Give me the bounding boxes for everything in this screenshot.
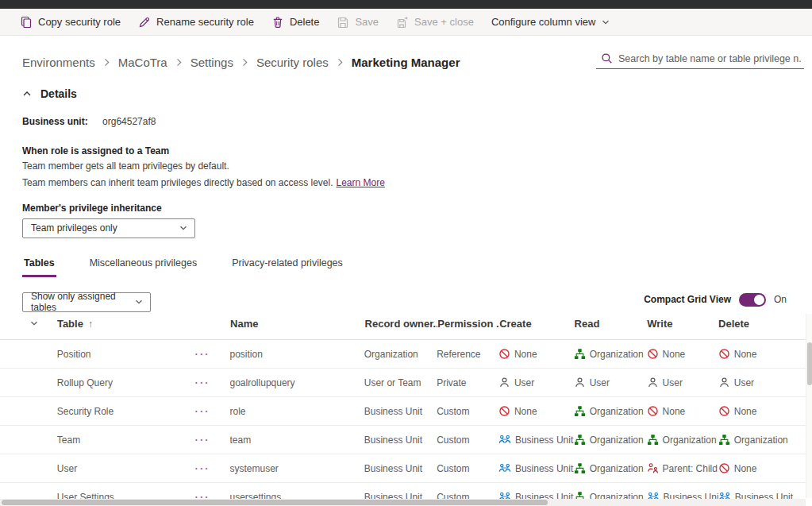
cell-create-privilege[interactable]: None bbox=[498, 405, 574, 417]
cell-read-privilege[interactable]: Organization bbox=[574, 491, 647, 499]
compact-grid-view-label: Compact Grid View bbox=[644, 294, 731, 305]
save-button[interactable]: Save bbox=[328, 9, 387, 35]
row-menu-cell: ··· bbox=[195, 491, 230, 499]
cell-permission-type: Custom bbox=[437, 406, 498, 417]
cell-delete-privilege[interactable]: Business Unit bbox=[718, 491, 806, 499]
cell-create-privilege[interactable]: Business Unit bbox=[498, 434, 574, 446]
command-label: Copy security role bbox=[38, 16, 121, 28]
tab-miscellaneous-privileges[interactable]: Miscellaneous privileges bbox=[88, 256, 198, 277]
copy-security-role-button[interactable]: Copy security role bbox=[11, 9, 129, 35]
breadcrumb-item-security-roles[interactable]: Security roles bbox=[256, 56, 329, 69]
privilege-level-label: None bbox=[514, 349, 537, 360]
cell-create-privilege[interactable]: Business Unit bbox=[498, 462, 574, 474]
chevron-up-icon bbox=[22, 89, 32, 98]
tab-bar: TablesMiscellaneous privilegesPrivacy-re… bbox=[0, 256, 812, 277]
privilege-level-label: User bbox=[514, 377, 534, 388]
user-icon bbox=[647, 377, 659, 388]
details-section: Details Business unit: org64527af8 When … bbox=[0, 87, 812, 238]
vertical-scrollbar[interactable] bbox=[806, 314, 812, 498]
cell-record-ownership: Business Unit bbox=[364, 492, 437, 500]
tab-privacy-related-privileges[interactable]: Privacy-related privileges bbox=[230, 256, 344, 277]
breadcrumb-item-settings[interactable]: Settings bbox=[190, 56, 233, 69]
save-icon bbox=[337, 16, 349, 29]
column-header-label: Permission ... bbox=[437, 318, 499, 330]
cell-delete-privilege[interactable]: None bbox=[718, 405, 806, 417]
breadcrumb-item-marketing-manager: Marketing Manager bbox=[352, 56, 460, 69]
horizontal-scrollbar[interactable] bbox=[0, 499, 806, 506]
privilege-level-label: Organization bbox=[734, 435, 788, 446]
row-menu-cell: ··· bbox=[195, 405, 230, 417]
command-label: Save + close bbox=[414, 16, 474, 28]
breadcrumb-item-macotra[interactable]: MaCoTra bbox=[118, 56, 167, 69]
column-header-create[interactable]: Create bbox=[499, 318, 574, 330]
privilege-level-label: Business Unit bbox=[515, 435, 573, 446]
column-header-delete[interactable]: Delete bbox=[718, 318, 806, 330]
privilege-level-label: Organization bbox=[590, 349, 644, 360]
cell-delete-privilege[interactable]: Organization bbox=[718, 434, 806, 446]
cell-logical-name: role bbox=[230, 406, 364, 417]
cell-create-privilege[interactable]: Business Unit bbox=[498, 491, 574, 499]
learn-more-link[interactable]: Learn More bbox=[337, 177, 385, 188]
cell-create-privilege[interactable]: User bbox=[498, 377, 574, 388]
compact-grid-view-toggle[interactable] bbox=[739, 293, 766, 307]
business-unit-icon bbox=[498, 434, 511, 446]
cell-read-privilege[interactable]: User bbox=[574, 377, 647, 388]
column-header-record-owner[interactable]: Record owner... bbox=[365, 318, 438, 330]
cell-write-privilege[interactable]: Business Unit bbox=[647, 491, 718, 499]
rename-security-role-button[interactable]: Rename security role bbox=[129, 9, 263, 35]
cell-write-privilege[interactable]: Organization bbox=[647, 434, 718, 446]
row-menu-cell: ··· bbox=[195, 377, 230, 388]
column-header-label: Table bbox=[57, 318, 83, 330]
cell-read-privilege[interactable]: Organization bbox=[574, 348, 647, 360]
grid-expand-all-chevron-icon[interactable] bbox=[30, 319, 38, 327]
row-menu-ellipsis-icon[interactable]: ··· bbox=[195, 377, 210, 388]
cell-write-privilege[interactable]: Parent: Child Bus bbox=[647, 462, 718, 474]
delete-icon bbox=[271, 16, 284, 29]
search-input[interactable] bbox=[618, 53, 801, 64]
parent-child-icon bbox=[647, 462, 659, 474]
privilege-level-label: Business Unit bbox=[515, 463, 573, 474]
compact-grid-view-control: Compact Grid View On bbox=[644, 293, 787, 307]
privilege-level-label: None bbox=[734, 406, 757, 417]
chevron-down-icon bbox=[602, 18, 610, 26]
privilege-level-label: User bbox=[663, 377, 683, 388]
cell-read-privilege[interactable]: Organization bbox=[574, 405, 647, 417]
sort-ascending-icon: ↑ bbox=[88, 319, 93, 330]
column-header-table[interactable]: Table↑ bbox=[57, 318, 230, 330]
user-icon bbox=[718, 377, 730, 388]
row-menu-ellipsis-icon[interactable]: ··· bbox=[195, 491, 210, 499]
delete-button[interactable]: Delete bbox=[263, 9, 329, 35]
save-close-button[interactable]: Save + close bbox=[387, 9, 483, 35]
table-search-box[interactable] bbox=[596, 51, 804, 69]
cell-delete-privilege[interactable]: User bbox=[718, 377, 806, 388]
column-header-name[interactable]: Name bbox=[230, 318, 365, 330]
cell-delete-privilege[interactable]: None bbox=[718, 348, 806, 360]
privilege-level-label: Parent: Child Bus bbox=[663, 463, 718, 474]
row-menu-ellipsis-icon[interactable]: ··· bbox=[195, 462, 210, 474]
column-header-permission[interactable]: Permission ... bbox=[437, 318, 499, 330]
column-header-write[interactable]: Write bbox=[647, 318, 718, 330]
cell-write-privilege[interactable]: None bbox=[647, 348, 718, 360]
column-header-read[interactable]: Read bbox=[575, 318, 648, 330]
configure-column-view-button[interactable]: Configure column view bbox=[483, 9, 619, 35]
breadcrumb-item-environments[interactable]: Environments bbox=[22, 56, 95, 69]
cell-read-privilege[interactable]: Organization bbox=[574, 434, 647, 446]
details-section-toggle[interactable]: Details bbox=[22, 87, 77, 100]
cell-delete-privilege[interactable]: None bbox=[718, 462, 806, 474]
column-header-label: Delete bbox=[718, 318, 749, 330]
team-info-line-2: Team members can inherit team privileges… bbox=[22, 177, 333, 188]
vertical-scrollbar-thumb[interactable] bbox=[807, 342, 812, 385]
row-menu-ellipsis-icon[interactable]: ··· bbox=[195, 405, 210, 417]
cell-write-privilege[interactable]: None bbox=[647, 405, 718, 417]
copy-icon bbox=[20, 16, 33, 29]
row-menu-ellipsis-icon[interactable]: ··· bbox=[195, 348, 210, 360]
row-menu-ellipsis-icon[interactable]: ··· bbox=[195, 434, 210, 446]
cell-read-privilege[interactable]: Organization bbox=[574, 462, 647, 474]
user-icon bbox=[498, 377, 510, 388]
inheritance-dropdown[interactable]: Team privileges only bbox=[22, 218, 195, 238]
cell-write-privilege[interactable]: User bbox=[647, 377, 718, 388]
horizontal-scrollbar-thumb[interactable] bbox=[2, 500, 548, 505]
tab-tables[interactable]: Tables bbox=[22, 256, 56, 277]
command-label: Rename security role bbox=[156, 16, 254, 28]
cell-create-privilege[interactable]: None bbox=[498, 348, 574, 360]
